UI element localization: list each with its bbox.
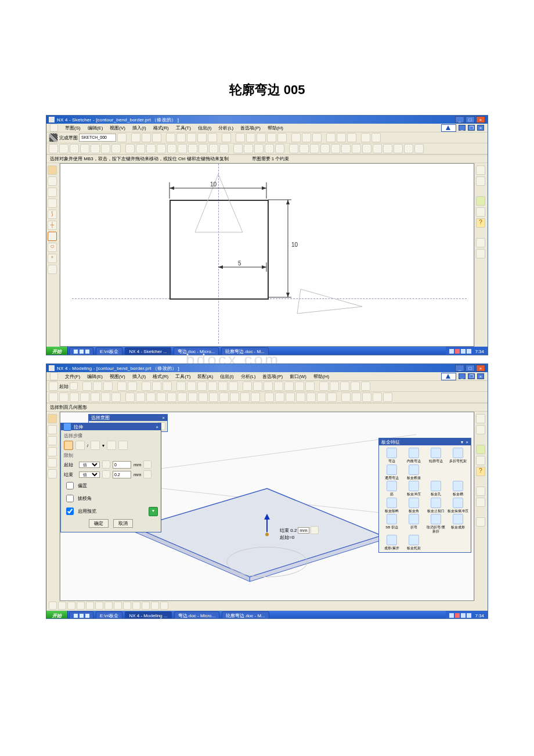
wcs-icon[interactable] bbox=[274, 381, 283, 391]
sketch-icon[interactable] bbox=[125, 393, 135, 402]
finish-sketch-icon[interactable] bbox=[49, 133, 58, 142]
sm-feature-板金除料[interactable]: 板金除料 bbox=[381, 498, 402, 513]
step-dir-icon[interactable] bbox=[91, 441, 100, 450]
shell-icon[interactable] bbox=[240, 393, 250, 402]
mirror-icon[interactable] bbox=[373, 144, 382, 153]
model-canvas[interactable]: 结束 0.2 mm 起始=0 选择意图 × 特征曲线 bbox=[60, 412, 474, 601]
open-icon[interactable] bbox=[93, 381, 102, 391]
taskbar-item[interactable]: 弯边.doc - Micro... bbox=[174, 611, 219, 619]
pin-icon[interactable] bbox=[63, 423, 71, 431]
curve-icon[interactable] bbox=[296, 393, 305, 402]
tool-icon[interactable] bbox=[187, 133, 196, 142]
rb-icon[interactable] bbox=[476, 249, 485, 258]
sel-icon[interactable] bbox=[49, 393, 58, 402]
rb-icon[interactable] bbox=[476, 238, 485, 247]
menu-item[interactable]: 窗口(W) bbox=[290, 373, 306, 380]
sm-feature-轮廓弯边[interactable]: 轮廓弯边 bbox=[425, 448, 446, 463]
menu-item[interactable]: 编辑(E) bbox=[87, 373, 103, 380]
arc3p-tool-icon[interactable]: ⟆ bbox=[48, 210, 57, 219]
sel-icon[interactable] bbox=[101, 393, 110, 402]
trim-icon[interactable] bbox=[230, 393, 239, 402]
start-value-input[interactable] bbox=[113, 461, 131, 469]
line-icon[interactable] bbox=[136, 144, 145, 153]
sm-feature-弯边[interactable]: 弯边 bbox=[381, 448, 402, 463]
view-icon[interactable] bbox=[197, 381, 207, 391]
sel-icon[interactable] bbox=[91, 393, 100, 402]
analysis-icon[interactable] bbox=[319, 381, 329, 391]
tool-icon[interactable] bbox=[362, 393, 371, 402]
menu-item[interactable]: 格式(R) bbox=[153, 373, 168, 380]
wcs-icon[interactable] bbox=[305, 381, 315, 391]
tool-icon[interactable] bbox=[142, 133, 151, 142]
datum-icon[interactable] bbox=[136, 393, 145, 402]
analysis-icon[interactable] bbox=[351, 381, 360, 391]
new-icon[interactable] bbox=[82, 381, 92, 391]
tool-icon[interactable] bbox=[152, 133, 161, 142]
draft-checkbox[interactable] bbox=[66, 495, 74, 502]
close-icon[interactable]: × bbox=[476, 116, 485, 123]
history-icon[interactable] bbox=[48, 447, 57, 456]
snap-icon[interactable] bbox=[104, 602, 113, 610]
part-nav-icon[interactable] bbox=[48, 425, 57, 434]
sm-feature-通用弯边[interactable]: 通用弯边 bbox=[381, 465, 402, 480]
sm-feature-板金冲压[interactable]: 板金冲压 bbox=[403, 481, 424, 496]
menu-item[interactable]: 草图(S) bbox=[65, 125, 81, 131]
sm-feature-成形/展开[interactable]: 成形/展开 bbox=[381, 535, 402, 550]
dropdown-icon[interactable] bbox=[70, 382, 78, 390]
sm-feature-筋[interactable]: 筋 bbox=[381, 481, 402, 496]
tool-icon[interactable] bbox=[414, 144, 424, 153]
child-minimize-icon[interactable]: _ bbox=[459, 373, 466, 379]
constraint-icon[interactable] bbox=[331, 144, 340, 153]
step-opt-icon[interactable] bbox=[107, 441, 116, 450]
wire-icon[interactable] bbox=[312, 133, 322, 142]
spline-icon[interactable] bbox=[327, 393, 337, 402]
tray-icon[interactable] bbox=[461, 349, 466, 354]
fit-icon[interactable] bbox=[246, 133, 255, 142]
chamfer-icon[interactable] bbox=[219, 393, 229, 402]
constraint-icon[interactable] bbox=[341, 144, 351, 153]
snap-icon[interactable] bbox=[142, 602, 150, 610]
taskbar-item[interactable]: NX 4 - Sketcher ... bbox=[125, 347, 171, 355]
close-icon[interactable]: × bbox=[162, 415, 165, 420]
pan-icon[interactable] bbox=[277, 133, 287, 142]
menu-item[interactable]: 帮助(H) bbox=[313, 373, 329, 380]
sel-icon[interactable] bbox=[80, 393, 89, 402]
help-icon[interactable]: ? bbox=[476, 467, 485, 476]
rb-icon[interactable] bbox=[476, 207, 485, 217]
layer-icon[interactable] bbox=[326, 133, 335, 142]
taskbar-item[interactable]: E:\n\板金 bbox=[96, 347, 122, 355]
cut-icon[interactable] bbox=[142, 381, 151, 391]
sm-feature-SB 切边[interactable]: SB 切边 bbox=[381, 514, 402, 533]
wcs-icon[interactable] bbox=[284, 381, 294, 391]
profile-icon[interactable] bbox=[125, 144, 135, 153]
system-tray[interactable]: 7:34 bbox=[446, 347, 488, 355]
sel-icon[interactable] bbox=[111, 393, 121, 402]
undo-icon[interactable] bbox=[117, 381, 127, 391]
tray-icon[interactable] bbox=[455, 349, 460, 354]
snap-icon[interactable] bbox=[95, 602, 103, 610]
picker-icon[interactable] bbox=[143, 460, 151, 469]
revolve-icon[interactable] bbox=[157, 393, 166, 402]
menu-item[interactable]: 工具(T) bbox=[176, 125, 191, 131]
close-icon[interactable]: × bbox=[476, 365, 485, 372]
canvas-end-label[interactable]: 结束 0.2 mm bbox=[280, 526, 319, 534]
wcs-icon[interactable] bbox=[295, 381, 304, 391]
maximize-icon[interactable]: □ bbox=[466, 365, 475, 372]
end-value-input[interactable] bbox=[113, 471, 131, 478]
step-section-icon[interactable] bbox=[75, 441, 85, 450]
spline-tool-icon[interactable] bbox=[48, 265, 57, 274]
spin-icon[interactable] bbox=[311, 526, 319, 534]
view-icon[interactable] bbox=[176, 381, 186, 391]
redo-icon[interactable] bbox=[128, 381, 137, 391]
tool-icon[interactable] bbox=[337, 133, 346, 142]
rotate-icon[interactable] bbox=[267, 133, 276, 142]
browser-icon[interactable] bbox=[48, 458, 57, 467]
tool-icon[interactable] bbox=[176, 133, 186, 142]
step-section-icon[interactable] bbox=[64, 441, 73, 450]
sel-icon[interactable] bbox=[70, 393, 79, 402]
analysis-icon[interactable] bbox=[361, 381, 370, 391]
view-icon[interactable] bbox=[187, 381, 196, 391]
child-minimize-icon[interactable]: _ bbox=[459, 125, 466, 131]
analysis-icon[interactable] bbox=[330, 381, 339, 391]
selection-icon[interactable] bbox=[49, 144, 58, 153]
